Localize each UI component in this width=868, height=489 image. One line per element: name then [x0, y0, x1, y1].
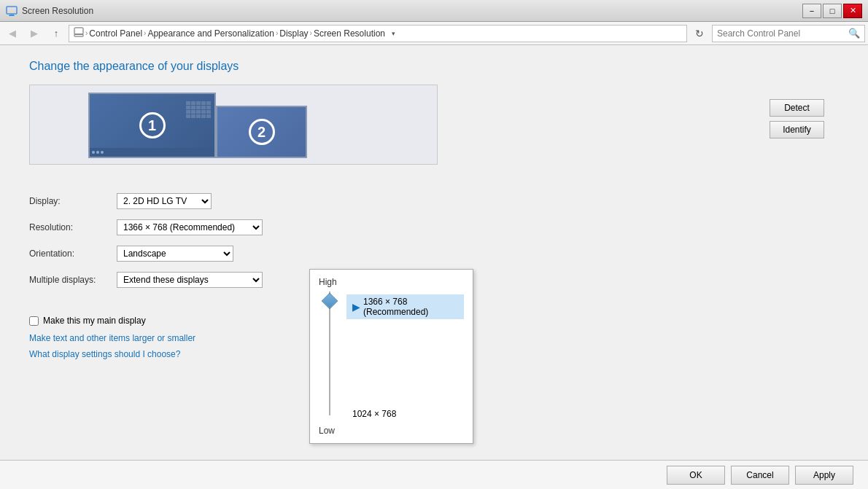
orientation-label: Orientation: [29, 249, 117, 259]
minimize-button[interactable]: − [802, 4, 821, 18]
monitor-area: 1 [29, 85, 438, 165]
display-label: Display: [29, 196, 117, 206]
svg-rect-4 [74, 34, 83, 36]
resolution-select[interactable]: 1366 × 768 (Recommended) [117, 219, 263, 235]
text-size-link[interactable]: Make text and other items larger or smal… [29, 333, 195, 343]
monitor-buttons: Detect Identify [770, 99, 824, 138]
forward-button[interactable]: ▶ [25, 25, 44, 42]
dropdown-arrow-icon: ▶ [352, 301, 360, 313]
window-title: Screen Resolution [22, 6, 93, 16]
display-row: Display: 2. 2D HD LG TV [29, 193, 839, 209]
monitor-1-taskbar [90, 148, 214, 157]
svg-rect-2 [9, 15, 15, 16]
svg-rect-0 [7, 7, 17, 14]
address-bar: ◀ ▶ ↑ › Control Panel › Appearance and P… [0, 22, 868, 45]
title-bar: Screen Resolution − □ ✕ [0, 0, 868, 22]
dropdown-1024-label: 1024 × 768 [352, 409, 396, 419]
ok-button[interactable]: OK [667, 466, 725, 485]
top-row: 1 [29, 85, 839, 181]
monitor-2-number: 2 [249, 119, 275, 145]
page-title: Change the appearance of your displays [29, 60, 839, 73]
slider-thumb[interactable] [322, 293, 338, 310]
up-button[interactable]: ↑ [47, 25, 66, 42]
resolution-dropdown[interactable]: High ▶ 1366 × 768 (Recommended) 1024 × 7… [309, 269, 473, 444]
display-select[interactable]: 2. 2D HD LG TV [117, 193, 212, 209]
search-icon[interactable]: 🔍 [848, 28, 860, 39]
search-input[interactable] [717, 28, 848, 39]
breadcrumb-sep-2: › [276, 29, 278, 37]
slider-area: ▶ 1366 × 768 (Recommended) 1024 × 768 [310, 289, 473, 424]
close-button[interactable]: ✕ [843, 4, 862, 18]
search-box[interactable]: 🔍 [712, 25, 865, 42]
multiple-displays-label: Multiple displays: [29, 275, 117, 285]
apply-button[interactable]: Apply [795, 466, 853, 485]
detect-button[interactable]: Detect [770, 99, 824, 117]
breadcrumb-appearance[interactable]: Appearance and Personalization [147, 28, 274, 39]
main-display-checkbox[interactable] [29, 316, 39, 326]
monitor-1[interactable]: 1 [88, 93, 216, 158]
dropdown-item-low-wrap: 1024 × 768 [346, 407, 464, 421]
monitor-1-grid [186, 101, 211, 118]
dropdown-high-label: High [310, 275, 473, 289]
svg-rect-3 [74, 28, 83, 34]
main-display-label: Make this my main display [43, 316, 146, 326]
monitor-2[interactable]: 2 [216, 106, 307, 158]
multiple-displays-select[interactable]: Extend these displays [117, 272, 263, 288]
breadcrumb-dropdown-button[interactable]: ▾ [387, 25, 401, 42]
refresh-button[interactable]: ↻ [690, 25, 709, 42]
bottom-bar: OK Cancel Apply [0, 460, 868, 489]
title-bar-left: Screen Resolution [6, 5, 93, 17]
breadcrumb-sep-1: › [144, 29, 146, 37]
breadcrumb-control-panel[interactable]: Control Panel [89, 28, 142, 39]
dropdown-items: ▶ 1366 × 768 (Recommended) 1024 × 768 [346, 292, 464, 421]
identify-button[interactable]: Identify [770, 121, 824, 138]
slider-line [329, 292, 330, 415]
breadcrumb-icon [74, 27, 84, 39]
monitor-icon [6, 5, 18, 17]
breadcrumb-sep-3: › [310, 29, 312, 37]
dropdown-low-label: Low [310, 424, 473, 437]
breadcrumb-screen-resolution[interactable]: Screen Resolution [314, 28, 385, 39]
dropdown-recommended-label: 1366 × 768 (Recommended) [363, 297, 458, 317]
dropdown-item-recommended[interactable]: ▶ 1366 × 768 (Recommended) [346, 294, 464, 319]
back-button[interactable]: ◀ [3, 25, 22, 42]
monitor-1-number: 1 [139, 112, 166, 138]
resolution-row: Resolution: 1366 × 768 (Recommended) [29, 219, 839, 235]
breadcrumb-bar: › Control Panel › Appearance and Persona… [69, 25, 687, 42]
orientation-row: Orientation: Landscape [29, 246, 839, 262]
orientation-select[interactable]: Landscape [117, 246, 233, 262]
breadcrumb-display[interactable]: Display [279, 28, 308, 39]
dropdown-item-1024[interactable]: 1024 × 768 [346, 407, 464, 421]
resolution-label: Resolution: [29, 222, 117, 232]
slider-track [319, 292, 341, 415]
breadcrumb-sep-0: › [85, 29, 88, 37]
cancel-button[interactable]: Cancel [731, 466, 789, 485]
monitor-display-wrap: 1 [29, 85, 438, 181]
window-controls: − □ ✕ [802, 4, 862, 18]
display-settings-link[interactable]: What display settings should I choose? [29, 349, 180, 359]
restore-button[interactable]: □ [823, 4, 842, 18]
